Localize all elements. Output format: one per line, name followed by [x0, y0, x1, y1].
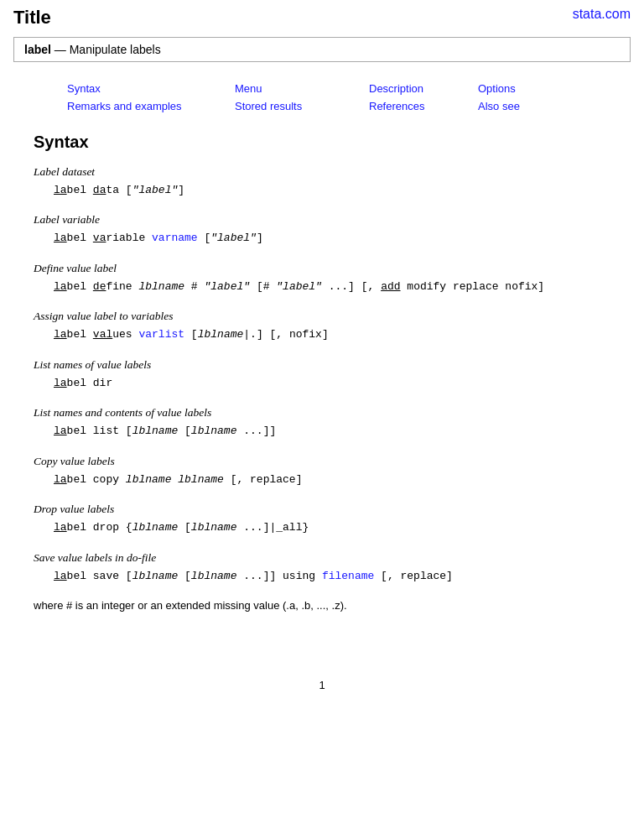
syntax-label-copy: label copy lblname lblname [, replace]	[54, 473, 302, 486]
label-type-define: Define value label	[34, 262, 610, 275]
label-type-list-names: List names of value labels	[34, 358, 610, 372]
nav-stored[interactable]: Stored results	[235, 100, 302, 112]
nav-col2: Menu Stored results	[235, 81, 369, 116]
varname-link[interactable]: varname	[152, 232, 198, 244]
label-type-dataset: Label dataset	[34, 165, 610, 179]
title-box-description: Manipulate labels	[70, 43, 161, 56]
nav-col3: Description References	[369, 81, 478, 116]
nav-col4: Options Also see	[478, 81, 562, 116]
title-box-dash: —	[55, 43, 70, 56]
block-copy-value: Copy value labels label copy lblname lbl…	[34, 455, 610, 488]
syntax-label-values: label values varlist [lblname|.] [, nofi…	[54, 328, 329, 341]
block-list-contents: List names and contents of value labels …	[34, 406, 610, 440]
filename-link[interactable]: filename	[322, 570, 374, 582]
nav-references[interactable]: References	[369, 100, 424, 112]
block-save-value: Save value labels in do-file label save …	[34, 551, 610, 585]
syntax-label-variable: label variable varname ["label"]	[54, 232, 263, 244]
page-title: Title	[13, 7, 51, 29]
nav-syntax[interactable]: Syntax	[67, 82, 101, 95]
page-number: 1	[0, 679, 644, 691]
syntax-label-dir: label dir	[54, 377, 112, 389]
label-type-assign: Assign value label to variables	[34, 310, 610, 323]
title-box: label — Manipulate labels	[13, 37, 631, 62]
label-type-save: Save value labels in do-file	[34, 551, 610, 565]
block-define-value: Define value label label define lblname …	[34, 262, 610, 295]
block-label-variable: Label variable label variable varname ["…	[34, 213, 610, 247]
nav-col1: Syntax Remarks and examples	[67, 81, 235, 116]
title-box-command: label	[24, 43, 51, 56]
label-type-variable: Label variable	[34, 213, 610, 227]
block-list-names: List names of value labels label dir	[34, 358, 610, 392]
syntax-label-list: label list [lblname [lblname ...]]	[54, 425, 276, 437]
where-note: where # is an integer or an extended mis…	[34, 599, 610, 612]
nav-remarks[interactable]: Remarks and examples	[67, 100, 182, 112]
label-type-copy: Copy value labels	[34, 455, 610, 468]
syntax-label-save: label save [lblname [lblname ...]] using…	[54, 570, 453, 582]
syntax-label-define: label define lblname # "label" [# "label…	[54, 280, 544, 293]
varlist-link[interactable]: varlist	[138, 328, 184, 341]
nav-also-see[interactable]: Also see	[478, 100, 520, 112]
syntax-label-drop: label drop {lblname [lblname ...]|_all}	[54, 521, 309, 534]
syntax-label-data: label data ["label"]	[54, 184, 184, 196]
block-drop-value: Drop value labels label drop {lblname [l…	[34, 503, 610, 536]
label-type-drop: Drop value labels	[34, 503, 610, 516]
main-content: Syntax Label dataset label data ["label"…	[0, 129, 644, 646]
label-type-list-contents: List names and contents of value labels	[34, 406, 610, 420]
nav-menu[interactable]: Menu	[235, 82, 262, 95]
nav-options[interactable]: Options	[478, 82, 516, 95]
page-header: Title stata.com	[0, 0, 644, 32]
brand-link[interactable]: stata.com	[573, 7, 631, 22]
nav-links: Syntax Remarks and examples Menu Stored …	[0, 72, 644, 129]
block-assign-value: Assign value label to variables label va…	[34, 310, 610, 343]
block-label-dataset: Label dataset label data ["label"]	[34, 165, 610, 199]
nav-description[interactable]: Description	[369, 82, 423, 95]
section-syntax-title: Syntax	[34, 133, 610, 152]
